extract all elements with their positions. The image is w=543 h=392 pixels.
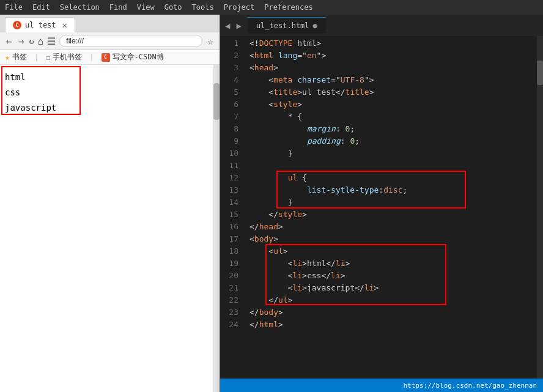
editor-panel: ◀ ▶ ul_test.html ● 12345 678910 11121314… [220,15,543,392]
bookmark-label-2: 手机书签 [53,52,82,62]
code-line-9: padding: 0; [245,135,537,147]
browser-panel: C ul test ✕ ← → ↻ ⌂ ☰ ☆ ★ 书签 | ☐ 手机书签 [0,15,220,392]
favicon-icon: C [13,21,21,29]
code-line-19: <li>html</li> [245,257,537,270]
menu-find[interactable]: Find [109,3,127,12]
star-button[interactable]: ☆ [206,35,215,47]
tab-close-button[interactable]: ✕ [62,20,67,30]
code-line-10: } [245,147,537,160]
line-numbers: 12345 678910 1112131415 1617181920 21222… [220,36,245,379]
bookmark-separator-2: | [89,53,94,62]
browser-nav-bar: ← → ↻ ⌂ ☰ ☆ [0,32,220,50]
editor-tab-active[interactable]: ul_test.html ● [248,17,326,34]
code-line-12: ul { [245,172,537,184]
tab-title: ul test [25,21,56,29]
menu-view[interactable]: View [137,3,155,12]
reader-button[interactable]: ☰ [47,35,56,47]
back-button[interactable]: ← [5,35,13,47]
editor-nav-arrows: ◀ ▶ [223,20,244,32]
browser-tab-bar: C ul test ✕ [0,15,220,32]
code-line-21: <li>javascript</li> [245,282,537,294]
editor-scrollbar[interactable] [537,36,543,379]
menu-goto[interactable]: Goto [164,3,182,12]
code-line-22: </ul> [245,294,537,306]
code-line-6: <style> [245,98,537,111]
editor-back-arrow[interactable]: ◀ [223,20,232,32]
browser-scrollbar[interactable] [213,65,220,392]
browser-list-highlight [1,66,81,115]
menu-tools[interactable]: Tools [192,3,214,12]
code-line-20: <li>css</li> [245,270,537,282]
main-area: C ul test ✕ ← → ↻ ⌂ ☰ ☆ ★ 书签 | ☐ 手机书签 [0,15,543,392]
code-line-7: * { [245,111,537,123]
code-line-18: <ul> [245,245,537,257]
bookmark-item-1[interactable]: ★ 书签 [5,52,27,62]
code-area: 12345 678910 1112131415 1617181920 21222… [220,36,543,379]
bookmark-separator: | [34,53,39,62]
editor-scrollbar-thumb[interactable] [537,61,543,85]
browser-content: html css javascript [0,65,220,392]
code-line-8: margin: 0; [245,123,537,135]
browser-scrollbar-thumb[interactable] [213,83,220,120]
editor-forward-arrow[interactable]: ▶ [234,20,243,32]
code-line-15: </style> [245,209,537,221]
menu-project[interactable]: Project [224,3,255,12]
code-line-13: list-sytle-type:disc; [245,184,537,196]
code-line-23: </body> [245,306,537,319]
browser-tab[interactable]: C ul test ✕ [5,17,75,32]
code-line-5: <title>ul test</title> [245,86,537,98]
code-line-17: <body> [245,233,537,245]
menu-bar: File Edit Selection Find View Goto Tools… [0,0,543,15]
star-icon: ★ [5,53,10,62]
editor-tab-close[interactable]: ● [313,21,317,30]
code-content[interactable]: <!DOCTYPE html> <html lang="en"> <head> … [245,36,537,379]
code-line-11 [245,160,537,172]
editor-tab-filename: ul_test.html [256,21,309,30]
menu-edit[interactable]: Edit [32,3,50,12]
code-line-14: } [245,196,537,209]
menu-preferences[interactable]: Preferences [264,3,312,12]
code-line-24: </html> [245,319,537,331]
refresh-button[interactable]: ↻ [29,36,34,46]
code-line-3: <head> [245,62,537,74]
phone-icon: ☐ [46,53,50,62]
bookmark-label-1: 书签 [12,52,27,62]
menu-selection[interactable]: Selection [60,3,100,12]
status-url: https://blog.csdn.net/gao_zhennan [403,382,537,390]
bookmark-label-3: 写文章-CSDN博 [113,52,164,62]
bookmark-item-3[interactable]: C 写文章-CSDN博 [102,52,164,62]
menu-file[interactable]: File [5,3,23,12]
address-bar[interactable] [59,35,202,47]
code-line-4: <meta charset="UTF-8"> [245,74,537,86]
status-bar: https://blog.csdn.net/gao_zhennan [220,379,543,392]
code-line-16: </head> [245,221,537,233]
forward-button[interactable]: → [17,35,26,47]
code-line-2: <html lang="en"> [245,50,537,62]
bookmark-item-2[interactable]: ☐ 手机书签 [46,52,82,62]
code-line-1: <!DOCTYPE html> [245,37,537,50]
home-button[interactable]: ⌂ [38,35,44,47]
editor-tab-bar: ◀ ▶ ul_test.html ● [220,15,543,36]
csdn-logo-icon: C [102,53,110,62]
bookmarks-bar: ★ 书签 | ☐ 手机书签 | C 写文章-CSDN博 [0,50,220,65]
